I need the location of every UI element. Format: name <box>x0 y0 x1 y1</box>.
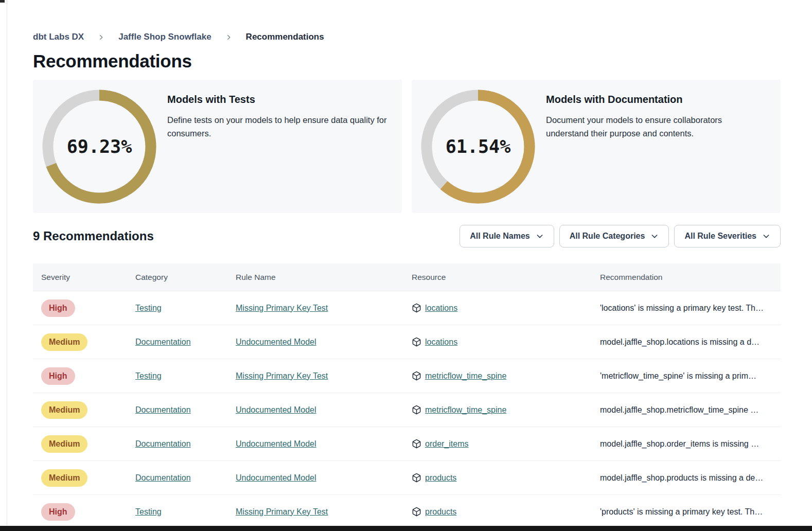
donut-chart-documentation: 61.54% <box>421 90 535 204</box>
category-link[interactable]: Testing <box>135 304 162 312</box>
model-cube-icon <box>412 507 421 517</box>
breadcrumb-item-project[interactable]: dbt Labs DX <box>33 32 84 42</box>
category-link[interactable]: Documentation <box>135 473 191 482</box>
rule-name-link[interactable]: Undocumented Model <box>236 473 316 482</box>
model-cube-icon <box>412 405 421 415</box>
resource-link[interactable]: metricflow_time_spine <box>425 371 506 381</box>
severity-badge: High <box>41 299 75 317</box>
resource-link[interactable]: order_items <box>425 439 468 449</box>
resource-link[interactable]: locations <box>425 338 457 347</box>
recommendation-text: model.jaffle_shop.products is missing a … <box>592 473 781 483</box>
corner-artifact <box>0 0 5 3</box>
resource-link[interactable]: metricflow_time_spine <box>425 405 506 415</box>
recommendation-text: model.jaffle_shop.locations is missing a… <box>592 338 781 347</box>
rule-name-link[interactable]: Undocumented Model <box>236 439 316 448</box>
rule-severities-filter-dropdown[interactable]: All Rule Severities <box>674 225 781 247</box>
metric-cards: 69.23% Models with Tests Define tests on… <box>33 80 781 213</box>
category-link[interactable]: Documentation <box>135 338 191 346</box>
category-link[interactable]: Documentation <box>135 439 191 448</box>
recommendation-text: model.jaffle_shop.metricflow_time_spine … <box>592 405 781 415</box>
table-row: High Testing Missing Primary Key Test lo… <box>33 291 781 325</box>
table-row: Medium Documentation Undocumented Model … <box>33 393 781 427</box>
breadcrumb-item-environment[interactable]: Jaffle Shop Snowflake <box>118 32 211 42</box>
card-models-with-documentation: 61.54% Models with Documentation Documen… <box>412 80 781 213</box>
rule-severities-filter-label: All Rule Severities <box>684 232 756 241</box>
table-row: Medium Documentation Undocumented Model … <box>33 325 781 359</box>
severity-badge: Medium <box>41 401 87 419</box>
donut-value-documentation: 61.54% <box>421 90 535 204</box>
recommendations-table: Severity Category Rule Name Resource Rec… <box>33 263 781 529</box>
severity-badge: Medium <box>41 435 87 453</box>
page-title: Recommendations <box>33 51 781 72</box>
resource-link[interactable]: products <box>425 507 456 517</box>
breadcrumb-item-current: Recommendations <box>246 32 324 42</box>
column-header-rule-name: Rule Name <box>227 273 403 282</box>
rule-name-link[interactable]: Undocumented Model <box>236 338 316 346</box>
column-header-recommendation: Recommendation <box>592 273 781 282</box>
chevron-down-icon <box>650 232 659 240</box>
category-link[interactable]: Testing <box>135 507 162 516</box>
rule-name-link[interactable]: Missing Primary Key Test <box>236 304 328 312</box>
chevron-right-icon <box>98 34 104 41</box>
table-row: Medium Documentation Undocumented Model … <box>33 427 781 461</box>
breadcrumb: dbt Labs DX Jaffle Shop Snowflake Recomm… <box>33 32 781 42</box>
rule-names-filter-label: All Rule Names <box>470 232 529 241</box>
column-header-category: Category <box>127 273 227 282</box>
table-header-row: Severity Category Rule Name Resource Rec… <box>33 263 781 291</box>
rule-name-link[interactable]: Missing Primary Key Test <box>236 507 328 516</box>
resource-link[interactable]: products <box>425 473 456 483</box>
column-header-severity: Severity <box>33 273 127 282</box>
resource-link[interactable]: locations <box>425 304 457 313</box>
table-row: High Testing Missing Primary Key Test pr… <box>33 495 781 529</box>
rule-name-link[interactable]: Undocumented Model <box>236 405 316 414</box>
card-description-tests: Define tests on your models to help ensu… <box>167 113 387 140</box>
severity-badge: Medium <box>41 469 87 487</box>
model-cube-icon <box>412 473 421 483</box>
recommendation-text: 'metricflow_time_spine' is missing a pri… <box>592 371 781 381</box>
rule-names-filter-dropdown[interactable]: All Rule Names <box>460 225 554 247</box>
table-row: High Testing Missing Primary Key Test me… <box>33 359 781 393</box>
filter-bar: All Rule Names All Rule Categories All R… <box>460 225 781 247</box>
model-cube-icon <box>412 371 421 381</box>
main-content: dbt Labs DX Jaffle Shop Snowflake Recomm… <box>0 0 812 529</box>
table-row: Medium Documentation Undocumented Model … <box>33 461 781 495</box>
chevron-down-icon <box>536 232 544 240</box>
recommendation-text: 'locations' is missing a primary key tes… <box>592 304 781 313</box>
severity-badge: High <box>41 367 75 385</box>
column-header-resource: Resource <box>403 273 592 282</box>
severity-badge: Medium <box>41 333 87 351</box>
category-link[interactable]: Documentation <box>135 405 191 414</box>
severity-badge: High <box>41 503 75 521</box>
sidebar-edge-divider <box>7 0 7 526</box>
recommendation-text: 'products' is missing a primary key test… <box>592 507 781 517</box>
table-body: High Testing Missing Primary Key Test lo… <box>33 291 781 529</box>
card-description-documentation: Document your models to ensure collabora… <box>546 113 766 140</box>
chevron-right-icon <box>225 34 232 41</box>
category-link[interactable]: Testing <box>135 371 162 380</box>
rule-categories-filter-dropdown[interactable]: All Rule Categories <box>559 225 669 247</box>
donut-value-tests: 69.23% <box>42 90 156 204</box>
rule-name-link[interactable]: Missing Primary Key Test <box>236 371 328 380</box>
rule-categories-filter-label: All Rule Categories <box>570 232 645 241</box>
card-title-documentation: Models with Documentation <box>546 94 766 105</box>
model-cube-icon <box>412 303 421 313</box>
model-cube-icon <box>412 439 421 449</box>
model-cube-icon <box>412 337 421 347</box>
recommendation-text: model.jaffle_shop.order_items is missing… <box>592 439 781 449</box>
donut-chart-tests: 69.23% <box>42 90 156 204</box>
card-title-tests: Models with Tests <box>167 94 387 105</box>
recommendations-count-heading: 9 Recommendations <box>33 229 154 243</box>
card-models-with-tests: 69.23% Models with Tests Define tests on… <box>33 80 402 213</box>
bottom-dark-bar <box>0 526 812 531</box>
chevron-down-icon <box>762 232 770 240</box>
